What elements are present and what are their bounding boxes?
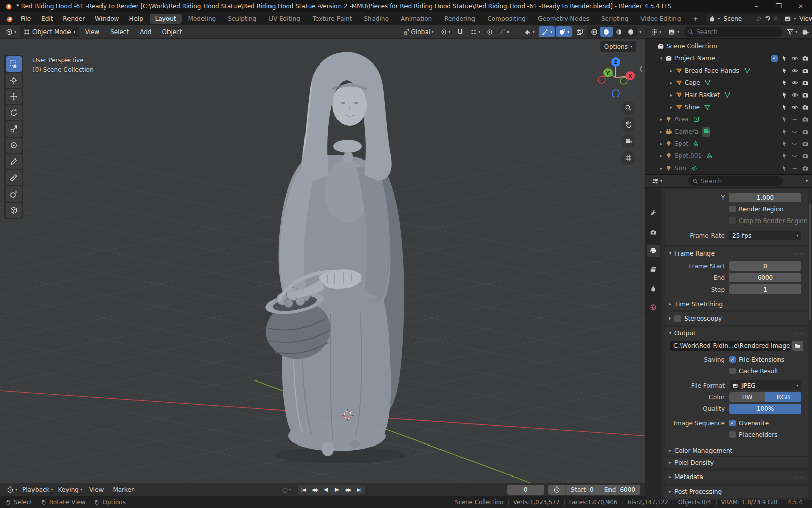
expand-icon[interactable]: ▸ <box>667 105 675 110</box>
menu-render[interactable]: Render <box>58 13 89 24</box>
tab-tool-properties[interactable] <box>647 207 660 219</box>
tool-add-cube[interactable] <box>6 186 22 202</box>
outliner-row-cape[interactable]: ▸ Cape <box>645 77 812 89</box>
tab-render-properties[interactable] <box>647 226 660 238</box>
expand-icon[interactable]: ▸ <box>657 141 665 146</box>
tab-scripting[interactable]: Scripting <box>596 14 634 24</box>
frame-end-field[interactable]: End6000 <box>599 485 640 495</box>
tab-scene-properties[interactable] <box>647 282 660 295</box>
pan-hand-button[interactable] <box>621 117 635 132</box>
visibility-dropdown[interactable]: ▾ <box>522 26 537 37</box>
tab-texture-paint[interactable]: Texture Paint <box>307 14 357 24</box>
keying-menu[interactable]: Keying▾ <box>56 484 85 495</box>
tab-rendering[interactable]: Rendering <box>438 14 481 24</box>
post-processing-panel[interactable]: ▸Post Processing ···· <box>665 486 808 498</box>
tool-select-box[interactable] <box>6 56 22 72</box>
next-keyframe-button[interactable]: ◆▶ <box>343 485 354 495</box>
eye-closed-icon[interactable] <box>791 128 798 135</box>
menu-view[interactable]: View <box>81 26 104 38</box>
metadata-panel[interactable]: ▸Metadata ···· <box>665 471 808 483</box>
outliner-search[interactable] <box>684 27 782 37</box>
region-collapse-arrow[interactable]: ❮ <box>639 65 644 72</box>
blender-menu-icon[interactable] <box>5 15 13 23</box>
shading-wireframe-button[interactable] <box>588 27 600 37</box>
playback-menu[interactable]: Playback▾ <box>20 484 56 495</box>
file-format-dropdown[interactable]: JPEG▾ <box>729 380 801 390</box>
eye-closed-icon[interactable] <box>791 116 798 123</box>
render-camera-icon[interactable] <box>802 104 809 111</box>
eye-closed-icon[interactable] <box>791 152 798 160</box>
overlays-toggle[interactable]: ▾ <box>556 26 572 37</box>
selectable-icon[interactable] <box>782 68 788 74</box>
panel-drag-dots[interactable]: ···· <box>795 489 804 495</box>
menu-object[interactable]: Object <box>157 26 186 38</box>
overwrite-checkbox[interactable] <box>729 420 736 426</box>
selectable-icon[interactable] <box>782 141 788 147</box>
selectable-icon[interactable] <box>782 104 788 110</box>
jump-to-start-button[interactable]: |◀ <box>298 485 309 495</box>
tab-world-properties[interactable] <box>647 301 660 313</box>
pivot-point-dropdown[interactable]: ▾ <box>438 26 453 37</box>
render-camera-icon[interactable] <box>802 79 809 86</box>
crop-region-checkbox[interactable] <box>729 217 736 224</box>
browse-folder-button[interactable] <box>792 341 803 351</box>
outliner-filter-button[interactable]: ▾ <box>784 26 800 37</box>
navigation-gizmo[interactable]: Z Y X <box>595 56 636 97</box>
outliner-row-sun[interactable]: ▸ Sun <box>645 162 812 174</box>
proportional-edit-toggle[interactable] <box>484 26 495 37</box>
color-rgb-button[interactable]: RGB <box>765 392 801 402</box>
outliner-row-spot[interactable]: ▸ Spot <box>645 138 812 150</box>
tab-animation[interactable]: Animation <box>395 14 437 24</box>
pixel-density-subpanel[interactable]: ▸Pixel Density <box>665 456 808 468</box>
frame-start-field[interactable]: Start0 <box>565 485 599 495</box>
3d-viewport[interactable]: User Perspective (0) Scene Collection Op… <box>0 39 645 483</box>
expand-icon[interactable]: ▸ <box>667 92 675 98</box>
expand-icon[interactable]: ▸ <box>667 80 675 85</box>
render-camera-icon[interactable] <box>802 67 809 74</box>
panel-drag-dots[interactable]: ···· <box>795 330 804 337</box>
eye-icon[interactable] <box>791 55 798 62</box>
selectable-icon[interactable] <box>782 129 788 135</box>
jump-to-end-button[interactable]: ▶| <box>354 485 365 495</box>
aspect-y-field[interactable]: 1.000 <box>729 193 801 202</box>
menu-file[interactable]: File <box>16 13 36 24</box>
current-frame-field[interactable]: 0 <box>507 485 544 495</box>
tool-annotate[interactable] <box>6 154 22 169</box>
frame-rate-dropdown[interactable]: 25 fps▾ <box>729 231 801 240</box>
snap-toggle[interactable] <box>454 26 466 37</box>
play-reverse-button[interactable]: ◀ <box>320 485 331 495</box>
auto-keying-toggle[interactable]: ○ ▾ <box>280 484 294 495</box>
eye-closed-icon[interactable] <box>791 165 798 172</box>
menu-help[interactable]: Help <box>124 13 147 24</box>
frame-start-field[interactable]: 0 <box>729 261 801 271</box>
expand-icon[interactable]: ▸ <box>667 68 675 73</box>
xray-toggle[interactable] <box>573 26 586 37</box>
play-button[interactable]: ▶ <box>331 485 343 495</box>
selectable-icon[interactable] <box>782 116 788 122</box>
timeline-view-menu[interactable]: View <box>85 484 108 495</box>
render-camera-icon[interactable] <box>802 165 809 172</box>
tool-scale[interactable] <box>6 121 22 137</box>
outliner-row-area[interactable]: ▸ Area <box>645 113 812 125</box>
properties-options-dropdown[interactable]: ▾ <box>806 179 808 183</box>
render-camera-icon[interactable] <box>802 116 809 123</box>
file-extensions-checkbox[interactable] <box>729 356 736 363</box>
panel-drag-dots[interactable]: ···· <box>795 474 804 481</box>
properties-search-input[interactable] <box>701 178 779 185</box>
frame-end-field[interactable]: 6000 <box>729 273 801 282</box>
prev-keyframe-button[interactable]: ◀◆ <box>309 485 320 495</box>
render-camera-icon[interactable] <box>802 91 809 99</box>
eye-icon[interactable] <box>791 91 798 99</box>
gizmo-negz[interactable] <box>612 90 619 97</box>
frame-range-panel-header[interactable]: ▾ Frame Range ···· <box>665 247 808 260</box>
expand-icon[interactable]: ▸ <box>657 153 665 158</box>
tab-modeling[interactable]: Modeling <box>183 14 222 24</box>
tab-layout[interactable]: Layout <box>150 14 182 24</box>
selectable-icon[interactable] <box>782 55 788 61</box>
properties-scrollbar[interactable] <box>809 203 811 320</box>
orientation-dropdown[interactable]: Global ▾ <box>401 26 436 37</box>
render-camera-icon[interactable] <box>802 55 809 62</box>
render-camera-icon[interactable] <box>802 140 809 147</box>
delete-scene-icon[interactable]: × <box>773 15 778 22</box>
tool-rotate[interactable] <box>6 105 22 120</box>
